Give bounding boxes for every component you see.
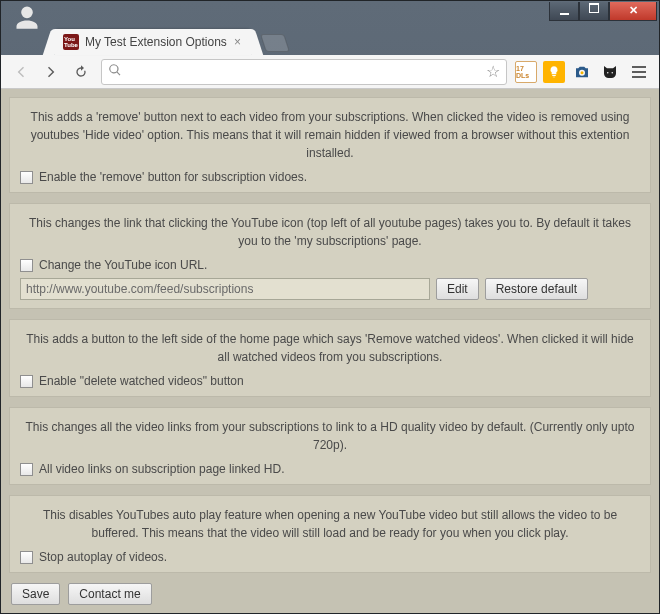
icon-url-field[interactable] xyxy=(20,278,430,300)
svg-point-0 xyxy=(581,71,584,74)
section-description: This changes the link that clicking the … xyxy=(20,214,640,250)
checkbox-label: All video links on subscription page lin… xyxy=(39,462,284,476)
chrome-menu-button[interactable] xyxy=(625,58,653,86)
page-content: This adds a 'remove' button next to each… xyxy=(1,89,659,613)
option-section-icon-url: This changes the link that clicking the … xyxy=(9,203,651,309)
search-icon xyxy=(108,63,122,80)
option-row: Enable the 'remove' button for subscript… xyxy=(20,170,640,184)
option-section-hd-links: This changes all the video links from yo… xyxy=(9,407,651,485)
checkbox-delete-watched[interactable] xyxy=(20,375,33,388)
option-row: Enable "delete watched videos" button xyxy=(20,374,640,388)
window-close-button[interactable] xyxy=(609,2,657,21)
reload-button[interactable] xyxy=(67,58,95,86)
browser-toolbar: ☆ 17 DLs xyxy=(1,55,659,89)
footer-actions: Save Contact me xyxy=(11,583,651,605)
url-input[interactable] xyxy=(128,64,480,79)
option-row: Change the YouTube icon URL. xyxy=(20,258,640,272)
window-minimize-button[interactable] xyxy=(549,2,579,21)
window-maximize-button[interactable] xyxy=(579,2,609,21)
section-description: This disables YouTubes auto play feature… xyxy=(20,506,640,542)
tab-close-icon[interactable]: × xyxy=(234,35,241,49)
url-edit-row: Edit Restore default xyxy=(20,278,640,300)
address-bar[interactable]: ☆ xyxy=(101,59,507,85)
checkbox-change-url[interactable] xyxy=(20,259,33,272)
option-section-remove-button: This adds a 'remove' button next to each… xyxy=(9,97,651,193)
checkbox-enable-remove[interactable] xyxy=(20,171,33,184)
tab-title: My Test Extension Options xyxy=(85,35,228,49)
section-description: This adds a 'remove' button next to each… xyxy=(20,108,640,162)
extension-icon-downloads[interactable]: 17 DLs xyxy=(515,61,537,83)
browser-tab[interactable]: YouTube My Test Extension Options × xyxy=(55,29,251,55)
option-section-delete-watched: This adds a button to the left side of t… xyxy=(9,319,651,397)
checkbox-label: Change the YouTube icon URL. xyxy=(39,258,207,272)
restore-default-button[interactable]: Restore default xyxy=(485,278,588,300)
checkbox-label: Stop autoplay of videos. xyxy=(39,550,167,564)
tab-strip: YouTube My Test Extension Options × xyxy=(1,27,659,55)
save-button[interactable]: Save xyxy=(11,583,60,605)
option-row: All video links on subscription page lin… xyxy=(20,462,640,476)
tab-favicon-icon: YouTube xyxy=(63,34,79,50)
checkbox-stop-autoplay[interactable] xyxy=(20,551,33,564)
window-titlebar xyxy=(1,1,659,27)
forward-button[interactable] xyxy=(37,58,65,86)
browser-window: YouTube My Test Extension Options × ☆ 17… xyxy=(0,0,660,614)
new-tab-button[interactable] xyxy=(260,34,290,52)
extension-icon-cat[interactable] xyxy=(599,61,621,83)
extension-icon-idea[interactable] xyxy=(543,61,565,83)
option-row: Stop autoplay of videos. xyxy=(20,550,640,564)
checkbox-label: Enable "delete watched videos" button xyxy=(39,374,244,388)
edit-button[interactable]: Edit xyxy=(436,278,479,300)
back-button[interactable] xyxy=(7,58,35,86)
option-section-stop-autoplay: This disables YouTubes auto play feature… xyxy=(9,495,651,573)
bookmark-star-icon[interactable]: ☆ xyxy=(486,62,500,81)
checkbox-hd-links[interactable] xyxy=(20,463,33,476)
contact-button[interactable]: Contact me xyxy=(68,583,151,605)
section-description: This adds a button to the left side of t… xyxy=(20,330,640,366)
section-description: This changes all the video links from yo… xyxy=(20,418,640,454)
checkbox-label: Enable the 'remove' button for subscript… xyxy=(39,170,307,184)
extension-icon-camera[interactable] xyxy=(571,61,593,83)
